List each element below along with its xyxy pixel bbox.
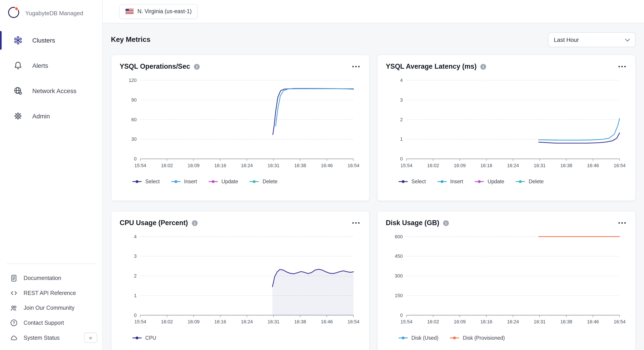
svg-text:15:54: 15:54 bbox=[400, 319, 412, 325]
region-selector[interactable]: N. Virginia (us-east-1) bbox=[119, 4, 198, 19]
svg-text:15:54: 15:54 bbox=[134, 319, 146, 325]
sidebar-item-admin[interactable]: Admin bbox=[0, 106, 102, 126]
metric-cards-grid: YSQL Operations/Sec i 030609012015:5416:… bbox=[111, 55, 636, 350]
svg-text:16:46: 16:46 bbox=[587, 319, 599, 325]
legend-marker-icon bbox=[398, 179, 408, 184]
more-options-button[interactable] bbox=[617, 63, 627, 69]
svg-text:16:54: 16:54 bbox=[348, 319, 360, 325]
legend-marker-icon bbox=[132, 336, 142, 340]
sidebar-item-label: Contact Support bbox=[24, 320, 64, 326]
system-status-row: System Status « bbox=[0, 330, 102, 345]
svg-text:16:46: 16:46 bbox=[587, 163, 599, 168]
chart-title: YSQL Operations/Sec bbox=[120, 62, 190, 70]
sidebar-item-label: Clusters bbox=[32, 37, 55, 44]
svg-text:16:31: 16:31 bbox=[268, 163, 280, 168]
chart-card-cpu-usage: CPU Usage (Percent) i 0123415:5416:0216:… bbox=[111, 211, 370, 350]
us-flag-icon bbox=[126, 9, 134, 14]
legend-marker-icon bbox=[437, 179, 447, 184]
svg-text:i: i bbox=[194, 221, 195, 226]
sidebar-item-contact-support[interactable]: ? Contact Support bbox=[0, 315, 102, 330]
time-range-select[interactable]: Last Hour bbox=[548, 32, 636, 47]
svg-text:16:38: 16:38 bbox=[560, 319, 572, 325]
sidebar-item-documentation[interactable]: Documentation bbox=[0, 271, 102, 286]
svg-text:16:46: 16:46 bbox=[321, 163, 333, 168]
legend-item[interactable]: Disk (Provisioned) bbox=[450, 335, 505, 341]
svg-text:16:24: 16:24 bbox=[507, 163, 519, 168]
clusters-icon bbox=[13, 35, 23, 45]
sidebar: YugabyteDB Managed Clusters bbox=[0, 0, 102, 350]
chart-legend: SelectInsertUpdateDelete bbox=[398, 179, 627, 185]
sidebar-item-label: REST API Reference bbox=[24, 290, 76, 296]
svg-text:120: 120 bbox=[129, 78, 136, 83]
svg-text:16:09: 16:09 bbox=[454, 319, 466, 325]
more-options-button[interactable] bbox=[351, 220, 361, 226]
legend-marker-icon bbox=[474, 179, 484, 184]
svg-text:600: 600 bbox=[395, 234, 402, 239]
sidebar-item-clusters[interactable]: Clusters bbox=[0, 31, 102, 50]
legend-item[interactable]: Select bbox=[132, 179, 160, 185]
sidebar-item-community[interactable]: Join Our Community bbox=[0, 300, 102, 315]
legend-marker-icon bbox=[398, 336, 408, 340]
legend-item[interactable]: Update bbox=[208, 179, 238, 185]
time-range-value: Last Hour bbox=[554, 36, 579, 43]
svg-text:0: 0 bbox=[134, 156, 136, 162]
svg-text:16:16: 16:16 bbox=[214, 163, 226, 168]
sidebar-item-network-access[interactable]: Network Access bbox=[0, 81, 102, 100]
metrics-header: Key Metrics Last Hour bbox=[111, 32, 636, 47]
legend-item[interactable]: CPU bbox=[132, 335, 156, 341]
sidebar-item-rest-api[interactable]: REST API Reference bbox=[0, 285, 102, 300]
more-options-button[interactable] bbox=[617, 220, 627, 226]
legend-marker-icon bbox=[516, 179, 525, 184]
svg-text:16:46: 16:46 bbox=[321, 319, 333, 325]
section-title: Key Metrics bbox=[111, 35, 150, 44]
legend-item[interactable]: Disk (Used) bbox=[398, 335, 438, 341]
svg-text:16:02: 16:02 bbox=[427, 163, 439, 168]
sidebar-item-alerts[interactable]: Alerts bbox=[0, 56, 102, 75]
more-options-button[interactable] bbox=[351, 63, 361, 69]
help-question-icon: ? bbox=[10, 319, 18, 327]
cloud-status-icon bbox=[10, 334, 18, 342]
svg-text:0: 0 bbox=[400, 313, 403, 318]
svg-text:16:02: 16:02 bbox=[161, 319, 173, 325]
sidebar-item-label: Documentation bbox=[24, 275, 61, 281]
info-icon[interactable]: i bbox=[443, 220, 449, 226]
chart-card-disk-usage: Disk Usage (GB) i 015030045060015:5416:0… bbox=[377, 211, 636, 350]
chart: 030609012015:5416:0216:0916:1616:2416:31… bbox=[120, 74, 361, 175]
svg-text:16:31: 16:31 bbox=[268, 319, 280, 325]
legend-marker-icon bbox=[208, 179, 218, 184]
legend-item[interactable]: Select bbox=[398, 179, 426, 185]
legend-item-label: Disk (Used) bbox=[411, 335, 438, 341]
svg-text:16:38: 16:38 bbox=[560, 163, 572, 168]
sidebar-collapse-button[interactable]: « bbox=[84, 332, 97, 343]
svg-text:i: i bbox=[196, 65, 198, 69]
legend-marker-icon bbox=[171, 179, 181, 184]
svg-text:16:38: 16:38 bbox=[294, 163, 306, 168]
legend-marker-icon bbox=[249, 179, 259, 184]
sidebar-item-system-status[interactable]: System Status bbox=[0, 330, 66, 345]
legend-item[interactable]: Update bbox=[474, 179, 504, 185]
legend-item-label: Delete bbox=[262, 179, 278, 185]
svg-text:450: 450 bbox=[395, 254, 402, 259]
svg-text:150: 150 bbox=[395, 293, 402, 298]
svg-text:4: 4 bbox=[400, 78, 403, 83]
svg-text:16:16: 16:16 bbox=[214, 319, 226, 325]
chart: 0123415:5416:0216:0916:1616:2416:3116:38… bbox=[120, 231, 361, 332]
legend-item-label: Select bbox=[145, 179, 160, 185]
legend-item[interactable]: Insert bbox=[171, 179, 197, 185]
chart-card-ysql-operations: YSQL Operations/Sec i 030609012015:5416:… bbox=[111, 55, 370, 201]
legend-item[interactable]: Delete bbox=[249, 179, 278, 185]
svg-text:16:31: 16:31 bbox=[534, 319, 546, 325]
svg-text:16:31: 16:31 bbox=[534, 163, 546, 168]
legend-item[interactable]: Delete bbox=[516, 179, 544, 185]
svg-text:i: i bbox=[446, 221, 447, 226]
svg-text:15:54: 15:54 bbox=[400, 163, 412, 168]
svg-text:16:16: 16:16 bbox=[480, 319, 492, 325]
yugabyte-logo-icon bbox=[7, 5, 21, 21]
svg-text:i: i bbox=[483, 65, 484, 69]
svg-text:2: 2 bbox=[400, 117, 403, 122]
info-icon[interactable]: i bbox=[192, 220, 198, 226]
info-icon[interactable]: i bbox=[480, 64, 486, 70]
info-icon[interactable]: i bbox=[194, 64, 200, 70]
brand-name: YugabyteDB Managed bbox=[25, 10, 83, 16]
legend-item[interactable]: Insert bbox=[437, 179, 463, 185]
